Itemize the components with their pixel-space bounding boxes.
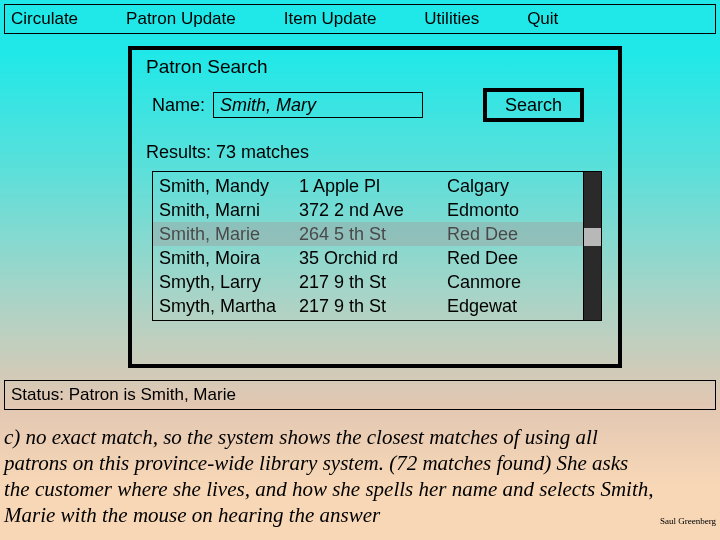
cell-name[interactable]: Smyth, Martha (159, 294, 299, 318)
cell-addr[interactable]: 217 9 th St (299, 294, 447, 318)
menu-patron-update[interactable]: Patron Update (126, 9, 236, 29)
cell-city[interactable]: Red Dee (447, 222, 557, 246)
cell-city[interactable]: Edmonto (447, 198, 557, 222)
menu-quit[interactable]: Quit (527, 9, 558, 29)
menu-item-update[interactable]: Item Update (284, 9, 377, 29)
results-scrollbar[interactable] (583, 172, 601, 320)
results-list: Smith, MandySmith, MarniSmith, MarieSmit… (152, 171, 602, 321)
cell-addr[interactable]: 372 2 nd Ave (299, 198, 447, 222)
cell-name[interactable]: Smyth, Larry (159, 270, 299, 294)
cell-city[interactable]: Canmore (447, 270, 557, 294)
figure-caption: c) no exact match, so the system shows t… (4, 424, 656, 528)
cell-name[interactable]: Smith, Marni (159, 198, 299, 222)
search-button[interactable]: Search (483, 88, 584, 122)
cell-city[interactable]: Edgewat (447, 294, 557, 318)
cell-addr[interactable]: 264 5 th St (299, 222, 447, 246)
name-label: Name: (152, 95, 205, 116)
name-input[interactable]: Smith, Mary (213, 92, 423, 118)
credit-text: Saul Greenberg (660, 516, 716, 526)
results-columns: Smith, MandySmith, MarniSmith, MarieSmit… (153, 172, 583, 320)
cell-name[interactable]: Smith, Mandy (159, 174, 299, 198)
cell-name[interactable]: Smith, Moira (159, 246, 299, 270)
cell-city[interactable]: Red Dee (447, 246, 557, 270)
menu-circulate[interactable]: Circulate (11, 9, 78, 29)
results-count: Results: 73 matches (146, 142, 608, 163)
cell-addr[interactable]: 217 9 th St (299, 270, 447, 294)
scrollbar-thumb[interactable] (584, 246, 601, 320)
patron-search-panel: Patron Search Name: Smith, Mary Search R… (128, 46, 622, 368)
menu-utilities[interactable]: Utilities (424, 9, 479, 29)
panel-title: Patron Search (146, 56, 608, 78)
scrollbar-thumb[interactable] (584, 172, 601, 228)
status-bar: Status: Patron is Smith, Marie (4, 380, 716, 410)
cell-addr[interactable]: 1 Apple Pl (299, 174, 447, 198)
menu-bar: Circulate Patron Update Item Update Util… (4, 4, 716, 34)
cell-name[interactable]: Smith, Marie (159, 222, 299, 246)
cell-city[interactable]: Calgary (447, 174, 557, 198)
cell-addr[interactable]: 35 Orchid rd (299, 246, 447, 270)
status-text: Status: Patron is Smith, Marie (11, 385, 236, 405)
